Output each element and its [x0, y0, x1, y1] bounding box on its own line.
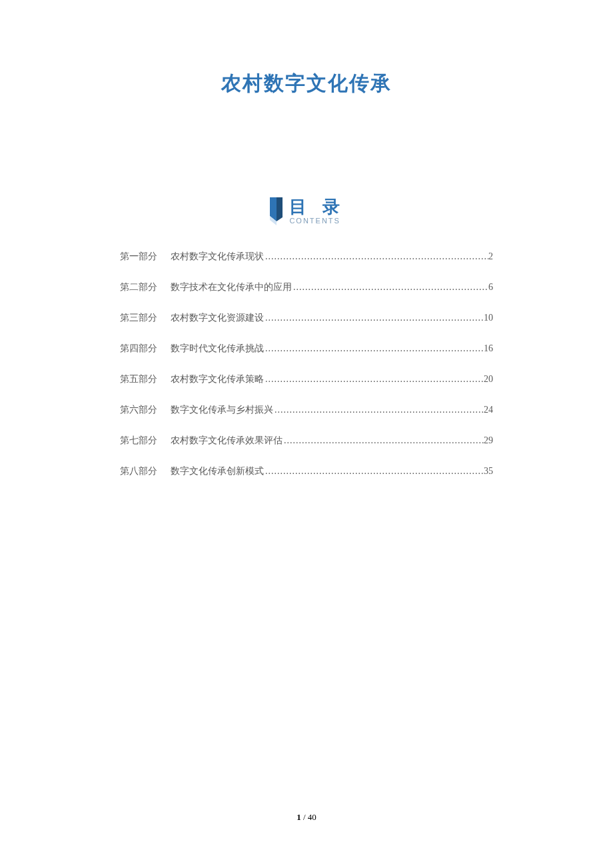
toc-section-name: 农村数字文化资源建设 — [171, 312, 264, 324]
toc-entry[interactable]: 第三部分 农村数字文化资源建设 10 — [120, 312, 493, 324]
toc-section-name: 农村数字文化传承效果评估 — [171, 435, 283, 447]
toc-subtitle: CONTENTS — [289, 217, 340, 225]
toc-leader-dots — [292, 282, 488, 293]
toc-leader-dots — [264, 343, 484, 354]
toc-leader-dots — [264, 466, 484, 477]
page-title: 农村数字文化传承 — [0, 0, 613, 97]
toc-page-number: 10 — [484, 313, 493, 323]
toc-section-name: 数字文化传承创新模式 — [171, 465, 264, 477]
toc-page-number: 29 — [484, 435, 493, 446]
toc-section-name: 农村数字文化传承现状 — [171, 251, 264, 263]
toc-part-label: 第七部分 — [120, 435, 157, 447]
toc-page-number: 16 — [484, 343, 493, 354]
toc-leader-dots — [264, 374, 484, 385]
toc-page-number: 35 — [484, 466, 493, 477]
page-separator: / — [301, 812, 308, 822]
toc-part-label: 第一部分 — [120, 251, 157, 263]
toc-part-label: 第八部分 — [120, 465, 157, 477]
toc-entry[interactable]: 第七部分 农村数字文化传承效果评估 29 — [120, 435, 493, 447]
toc-header: 目 录 CONTENTS — [0, 197, 613, 225]
toc-section-name: 数字时代文化传承挑战 — [171, 343, 264, 355]
toc-leader-dots — [283, 435, 484, 446]
toc-leader-dots — [264, 313, 484, 323]
toc-part-label: 第五部分 — [120, 373, 157, 385]
toc-section-name: 数字技术在文化传承中的应用 — [171, 281, 292, 293]
toc-page-number: 20 — [484, 374, 493, 385]
bookmark-icon — [268, 197, 284, 225]
toc-entry[interactable]: 第二部分 数字技术在文化传承中的应用 6 — [120, 281, 493, 293]
toc-page-number: 24 — [484, 405, 493, 415]
page-total: 40 — [308, 812, 316, 822]
toc-entry[interactable]: 第一部分 农村数字文化传承现状 2 — [120, 251, 493, 263]
toc-leader-dots — [264, 251, 488, 262]
toc-title: 目 录 — [289, 198, 344, 215]
svg-marker-1 — [277, 197, 283, 221]
toc-section-name: 数字文化传承与乡村振兴 — [171, 404, 273, 416]
toc-entry[interactable]: 第五部分 农村数字文化传承策略 20 — [120, 373, 493, 385]
toc-entry[interactable]: 第八部分 数字文化传承创新模式 35 — [120, 465, 493, 477]
toc-entry[interactable]: 第六部分 数字文化传承与乡村振兴 24 — [120, 404, 493, 416]
toc-part-label: 第三部分 — [120, 312, 157, 324]
toc-page-number: 2 — [488, 251, 493, 262]
toc-part-label: 第四部分 — [120, 343, 157, 355]
toc-part-label: 第六部分 — [120, 404, 157, 416]
toc-list: 第一部分 农村数字文化传承现状 2 第二部分 数字技术在文化传承中的应用 6 第… — [120, 251, 493, 477]
toc-page-number: 6 — [488, 282, 493, 293]
toc-part-label: 第二部分 — [120, 281, 157, 293]
toc-section-name: 农村数字文化传承策略 — [171, 373, 264, 385]
page-footer: 1 / 40 — [0, 812, 613, 823]
toc-leader-dots — [273, 405, 484, 415]
toc-entry[interactable]: 第四部分 数字时代文化传承挑战 16 — [120, 343, 493, 355]
